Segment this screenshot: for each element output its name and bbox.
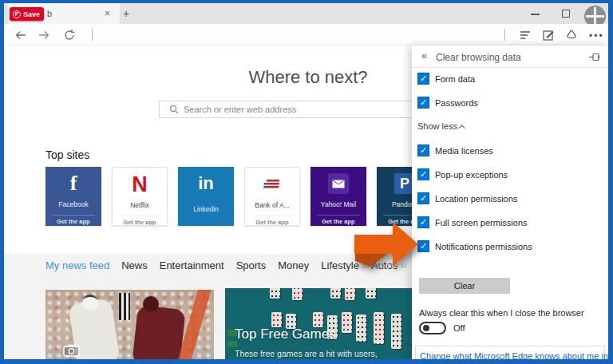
news-feed-tabs: My news feed News Entertainment Sports M… — [45, 259, 397, 271]
hub-icon[interactable] — [519, 29, 532, 42]
tab-close-icon[interactable]: × — [105, 8, 110, 19]
checkbox-label: Form data — [435, 74, 475, 84]
bank-of-america-icon — [245, 168, 299, 201]
privacy-settings-link[interactable]: Change what Microsoft Edge knows about m… — [420, 351, 608, 359]
maximize-button[interactable] — [562, 10, 570, 18]
always-clear-label: Always clear this when I close the brows… — [419, 308, 603, 318]
playing-card — [330, 288, 341, 299]
toggle-knob — [423, 325, 429, 331]
tab-news[interactable]: News — [121, 259, 148, 271]
tab-bar: b × P Save + — [4, 3, 608, 24]
playing-card — [391, 314, 401, 349]
chevron-up-icon — [458, 125, 465, 131]
linkedin-icon: in — [178, 167, 234, 200]
white-helmet — [82, 295, 98, 311]
checkbox-label: Media licenses — [435, 146, 493, 156]
share-icon[interactable] — [565, 29, 578, 42]
news-card-title: Top Free Games — [235, 326, 336, 342]
tile-name: Linkedin — [178, 205, 234, 213]
news-card-football[interactable] — [45, 290, 214, 359]
player-maroon-jersey — [132, 305, 185, 359]
checkbox-row-passwords[interactable]: ✓ Passwords — [417, 96, 601, 109]
pinterest-logo-icon: P — [13, 10, 21, 18]
tile-name: Bank of A... — [245, 201, 299, 209]
tutorial-arrow-icon — [351, 216, 423, 273]
checkbox-row-notifications-permissions[interactable]: ✓ Notifications permissions — [417, 239, 601, 253]
camera-icon — [63, 344, 80, 357]
browser-toolbar: ••• — [4, 24, 608, 46]
panel-header: « Clear browsing data — [412, 46, 608, 68]
referee-figure — [119, 293, 130, 320]
tab-entertainment[interactable]: Entertainment — [160, 259, 224, 271]
more-actions-icon[interactable]: ••• — [589, 30, 602, 43]
clear-browsing-data-panel: « Clear browsing data ✓ Form data ✓ Pass… — [412, 46, 608, 359]
playing-card — [270, 288, 280, 299]
pin-panel-icon[interactable] — [588, 51, 600, 63]
playing-card — [271, 312, 282, 327]
checkbox-checked-icon[interactable]: ✓ — [417, 97, 429, 109]
top-site-tile-linkedin[interactable]: in Linkedin — [178, 167, 234, 226]
tab-money[interactable]: Money — [278, 259, 309, 271]
panel-title: Clear browsing data — [436, 52, 521, 63]
netflix-icon: N — [113, 168, 167, 201]
show-less-link[interactable]: Show less — [417, 121, 465, 131]
save-button-label: Save — [23, 10, 40, 18]
checkbox-row-media-licenses[interactable]: ✓ Media licenses — [417, 144, 601, 157]
clear-button[interactable]: Clear — [419, 278, 510, 294]
tile-name: Facebook — [45, 200, 101, 208]
tile-name: Netflix — [113, 201, 167, 209]
checkbox-row-full-screen-permissions[interactable]: ✓ Full screen permissions — [417, 216, 601, 229]
checkbox-row-form-data[interactable]: ✓ Form data — [417, 72, 601, 85]
checkbox-label: Passwords — [435, 98, 478, 108]
always-clear-toggle[interactable] — [419, 322, 446, 334]
screenshot-frame: b × P Save + ••• Where to ne — [0, 0, 613, 364]
dark-helmet — [143, 296, 159, 312]
pinterest-save-button[interactable]: P Save — [10, 7, 44, 21]
toggle-state-label: Off — [453, 323, 465, 333]
checkbox-checked-icon[interactable]: ✓ — [417, 144, 429, 156]
toolbar-separator — [92, 29, 93, 41]
checkbox-label: Pop-up exceptions — [435, 170, 508, 180]
forward-icon[interactable] — [38, 29, 50, 42]
tab-my-news-feed[interactable]: My news feed — [45, 259, 109, 271]
back-icon[interactable] — [14, 29, 27, 42]
playing-card — [366, 288, 376, 299]
checkbox-row-popup-exceptions[interactable]: ✓ Pop-up exceptions — [417, 168, 601, 181]
top-site-tile-facebook[interactable]: f Facebook Get the app — [45, 167, 101, 226]
new-tab-button[interactable]: + — [123, 7, 129, 20]
playing-card — [313, 312, 323, 327]
toolbar-separator — [504, 29, 505, 41]
panel-back-icon[interactable]: « — [421, 49, 427, 61]
browser-window: b × P Save + ••• Where to ne — [4, 3, 608, 359]
news-card-subtitle: These free games are a hit with users, — [235, 349, 378, 358]
checkbox-checked-icon[interactable]: ✓ — [417, 73, 429, 85]
playing-card — [292, 288, 303, 300]
search-bar[interactable] — [159, 101, 454, 118]
get-the-app-link[interactable]: Get the app — [251, 216, 293, 226]
facebook-icon: f — [45, 167, 101, 200]
checkbox-label: Full screen permissions — [435, 218, 528, 228]
top-sites-title: Top sites — [45, 148, 89, 161]
top-site-tile-bank-of-america[interactable]: Bank of A... Get the app — [244, 167, 300, 226]
checkbox-label: Notifications permissions — [435, 242, 532, 251]
playing-card — [345, 288, 355, 300]
playing-card — [356, 315, 366, 342]
news-card-top-free-games[interactable]: Top Free Games These free games are a hi… — [225, 288, 412, 359]
tile-name: Yahoo! Mail — [310, 200, 366, 208]
minimize-button[interactable] — [531, 14, 540, 15]
checkbox-label: Location permissions — [435, 194, 517, 204]
playing-card — [374, 312, 384, 344]
tab-title: b — [47, 9, 52, 18]
checkbox-checked-icon[interactable]: ✓ — [417, 192, 429, 204]
web-note-icon[interactable] — [542, 29, 555, 42]
checkbox-row-location-permissions[interactable]: ✓ Location permissions — [417, 192, 601, 205]
search-icon — [169, 105, 179, 114]
get-the-app-link[interactable]: Get the app — [52, 215, 95, 225]
refresh-icon[interactable] — [63, 29, 76, 42]
yahoo-mail-icon — [310, 167, 366, 200]
checkbox-checked-icon[interactable]: ✓ — [417, 168, 429, 180]
tab-sports[interactable]: Sports — [236, 259, 267, 271]
top-site-tile-netflix[interactable]: N Netflix Get the app — [112, 167, 168, 226]
bottom-link-box: Change what Microsoft Edge knows about m… — [415, 346, 605, 359]
get-the-app-link[interactable]: Get the app — [119, 216, 160, 226]
